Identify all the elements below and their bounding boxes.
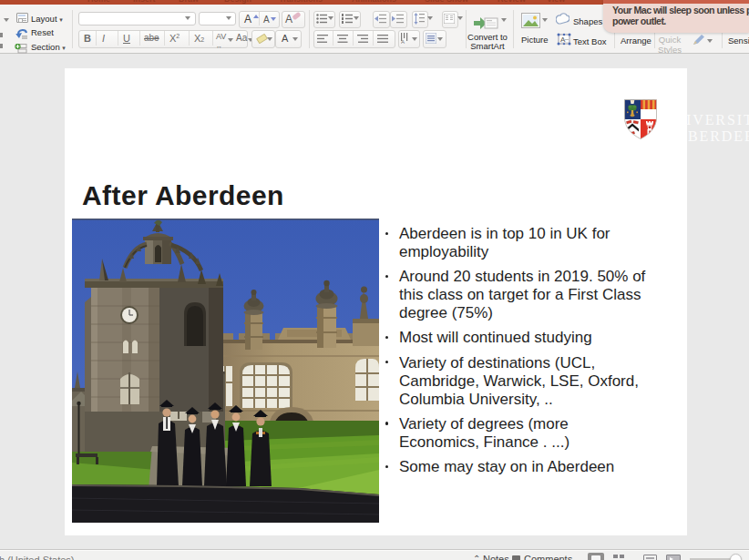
svg-text:A: A	[401, 39, 405, 44]
